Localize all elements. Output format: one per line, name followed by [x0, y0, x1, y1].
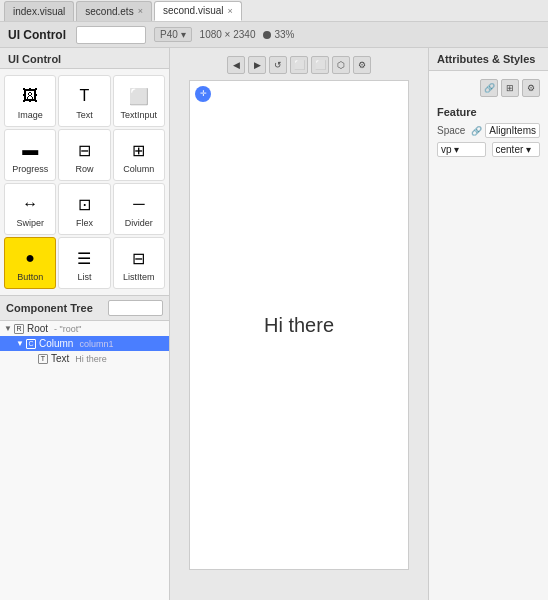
frame-button[interactable]: ⬜ — [290, 56, 308, 74]
resolution-label: 1080 × 2340 — [200, 29, 256, 40]
tab-bar: index.visual second.ets × second.visual … — [0, 0, 548, 22]
attributes-title: Attributes & Styles — [429, 48, 548, 71]
tab-index-visual[interactable]: index.visual — [4, 1, 74, 21]
tree-row-column-1[interactable]: ▼ C Column column1 — [0, 336, 169, 351]
tree-title: Component Tree — [6, 302, 93, 314]
tree-icon-text: T — [38, 354, 48, 364]
tab-index-visual-label: index.visual — [13, 6, 65, 17]
canvas-text: Hi there — [264, 314, 334, 337]
align-items-value[interactable]: AlignItems — [485, 123, 540, 138]
comp-item-listitem[interactable]: ⊟ ListItem — [113, 237, 165, 289]
space-label: Space — [437, 125, 468, 136]
tree-search-input[interactable] — [108, 300, 163, 316]
phone-frame: ✛ Hi there — [189, 80, 409, 570]
comp-item-row[interactable]: ⊟ Row — [58, 129, 110, 181]
move-handle[interactable]: ✛ — [195, 86, 211, 102]
tab-second-visual-label: second.visual — [163, 5, 224, 16]
tab-second-visual[interactable]: second.visual × — [154, 1, 242, 21]
comp-icon-progress: ▬ — [16, 138, 44, 162]
hex-button[interactable]: ⬡ — [332, 56, 350, 74]
tab-second-ets-close[interactable]: × — [138, 6, 143, 16]
comp-item-text[interactable]: T Text — [58, 75, 110, 127]
comp-label-list: List — [77, 272, 91, 282]
comp-icon-column: ⊞ — [125, 138, 153, 162]
tab-second-visual-close[interactable]: × — [228, 6, 233, 16]
title-bar: UI Control P40 ▾ 1080 × 2340 33% — [0, 22, 548, 48]
comp-item-textinput[interactable]: ⬜ TextInput — [113, 75, 165, 127]
zoom-control: 33% — [263, 29, 294, 40]
tab-second-ets-label: second.ets — [85, 6, 133, 17]
undo-button[interactable]: ◀ — [227, 56, 245, 74]
comp-label-progress: Progress — [12, 164, 48, 174]
comp-item-swiper[interactable]: ↔ Swiper — [4, 183, 56, 235]
tab-second-ets[interactable]: second.ets × — [76, 1, 152, 21]
tree-icon-column: C — [26, 339, 36, 349]
tree-arrow-icon: ▼ — [4, 324, 12, 333]
comp-item-divider[interactable]: ─ Divider — [113, 183, 165, 235]
comp-label-image: Image — [18, 110, 43, 120]
comp-item-progress[interactable]: ▬ Progress — [4, 129, 56, 181]
comp-label-button: Button — [17, 272, 43, 282]
comp-item-button[interactable]: ● Button — [4, 237, 56, 289]
tree-node-tag: - "root" — [54, 324, 81, 334]
tree-node-name: Text — [51, 353, 69, 364]
comp-icon-flex: ⊡ — [70, 192, 98, 216]
layout-button[interactable]: ⬜ — [311, 56, 329, 74]
comp-icon-listitem: ⊟ — [125, 246, 153, 270]
feature-section: Feature Space 🔗 AlignItems vp ▾ center ▾ — [429, 101, 548, 166]
comp-icon-list: ☰ — [70, 246, 98, 270]
tree-row-text-2[interactable]: T Text Hi there — [0, 351, 169, 366]
zoom-label: 33% — [274, 29, 294, 40]
ui-control-title: UI Control — [0, 48, 169, 69]
comp-label-textinput: TextInput — [121, 110, 158, 120]
device-selector[interactable]: P40 ▾ — [154, 27, 192, 42]
comp-icon-text: T — [70, 84, 98, 108]
comp-label-column: Column — [123, 164, 154, 174]
comp-icon-button: ● — [16, 246, 44, 270]
comp-label-flex: Flex — [76, 218, 93, 228]
vp-row: vp ▾ center ▾ — [437, 142, 540, 157]
comp-label-row: Row — [75, 164, 93, 174]
gear-tool-button[interactable]: ⚙ — [522, 79, 540, 97]
refresh-button[interactable]: ↺ — [269, 56, 287, 74]
tree-icon-root: R — [14, 324, 24, 334]
comp-item-flex[interactable]: ⊡ Flex — [58, 183, 110, 235]
comp-label-listitem: ListItem — [123, 272, 155, 282]
comp-icon-divider: ─ — [125, 192, 153, 216]
center-selector[interactable]: center ▾ — [492, 142, 541, 157]
settings-button[interactable]: ⚙ — [353, 56, 371, 74]
comp-item-image[interactable]: 🖼 Image — [4, 75, 56, 127]
comp-item-list[interactable]: ☰ List — [58, 237, 110, 289]
space-row: Space 🔗 AlignItems — [437, 123, 540, 138]
tree-node-tag: column1 — [79, 339, 113, 349]
tree-row-root-0[interactable]: ▼ R Root - "root" — [0, 321, 169, 336]
canvas-toolbar: ◀ ▶ ↺ ⬜ ⬜ ⬡ ⚙ — [227, 56, 371, 74]
comp-label-text: Text — [76, 110, 93, 120]
tree-node-tag: Hi there — [75, 354, 107, 364]
left-panel: UI Control 🖼 Image T Text ⬜ TextInput ▬ … — [0, 48, 170, 600]
canvas-area: ◀ ▶ ↺ ⬜ ⬜ ⬡ ⚙ ✛ Hi there — [170, 48, 428, 600]
tree-arrow-icon: ▼ — [16, 339, 24, 348]
title-search-input[interactable] — [76, 26, 146, 44]
main-layout: UI Control 🖼 Image T Text ⬜ TextInput ▬ … — [0, 48, 548, 600]
right-toolbar: 🔗 ⊞ ⚙ — [429, 71, 548, 101]
comp-icon-swiper: ↔ — [16, 192, 44, 216]
tree-node-name: Column — [39, 338, 73, 349]
comp-label-divider: Divider — [125, 218, 153, 228]
comp-icon-image: 🖼 — [16, 84, 44, 108]
component-tree: Component Tree ▼ R Root - "root" ▼ C Col… — [0, 296, 169, 600]
zoom-dot-icon — [263, 31, 271, 39]
comp-item-column[interactable]: ⊞ Column — [113, 129, 165, 181]
feature-title: Feature — [437, 106, 540, 118]
comp-label-swiper: Swiper — [16, 218, 44, 228]
link-tool-button[interactable]: 🔗 — [480, 79, 498, 97]
comp-icon-row: ⊟ — [70, 138, 98, 162]
comp-icon-textinput: ⬜ — [125, 84, 153, 108]
tree-header: Component Tree — [0, 296, 169, 321]
grid-tool-button[interactable]: ⊞ — [501, 79, 519, 97]
app-title: UI Control — [8, 28, 66, 42]
component-grid: 🖼 Image T Text ⬜ TextInput ▬ Progress ⊟ … — [0, 69, 169, 295]
redo-button[interactable]: ▶ — [248, 56, 266, 74]
chain-icon[interactable]: 🔗 — [471, 126, 482, 136]
vp-selector[interactable]: vp ▾ — [437, 142, 486, 157]
